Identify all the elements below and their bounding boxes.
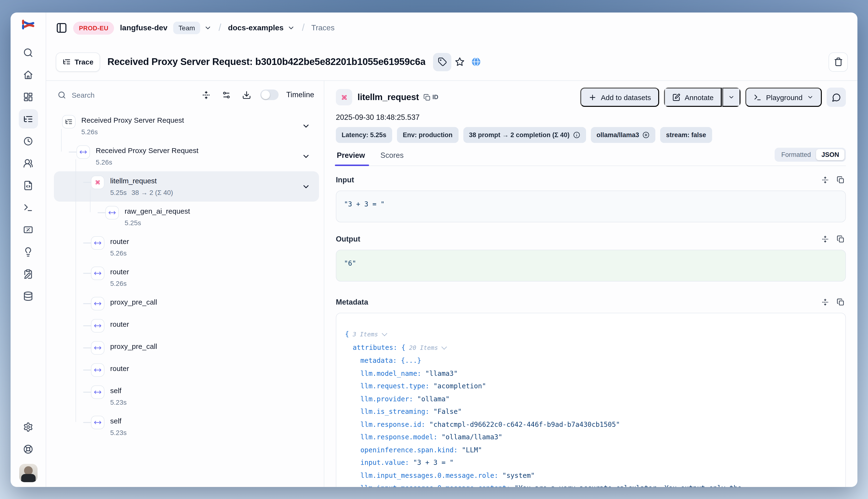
observation-badge[interactable]: stream: false (660, 127, 712, 143)
span-icon (91, 319, 105, 332)
tag-button[interactable] (433, 53, 452, 71)
project-name[interactable]: docs-examples (228, 24, 284, 32)
metadata-line: attributes: { 20 Items (345, 341, 837, 354)
user-avatar[interactable] (19, 464, 37, 482)
tree-row[interactable]: router (54, 359, 319, 381)
tree-row[interactable]: proxy_pre_call (54, 337, 319, 359)
input-copy-button[interactable] (835, 175, 846, 185)
sidebar-datasets-icon[interactable] (19, 286, 38, 306)
tree-row[interactable]: router5.26s (54, 232, 319, 262)
tab-scores[interactable]: Scores (379, 148, 405, 165)
chevron-down-icon[interactable] (302, 182, 310, 191)
tree-row-duration: 5.26s (96, 157, 198, 167)
copy-id-button[interactable]: ID (423, 94, 438, 101)
sidebar-tracing-icon[interactable] (19, 109, 38, 129)
metadata-line: llm.input_messages.0.message.role: "syst… (345, 469, 837, 482)
observation-badge[interactable]: ollama/llama3 (591, 127, 655, 143)
timeline-label: Timeline (286, 90, 314, 99)
collapse-all-button[interactable] (200, 88, 212, 101)
tree-row[interactable]: raw_gen_ai_request5.25s (54, 202, 319, 232)
playground-button[interactable]: Playground (745, 88, 822, 107)
timeline-toggle[interactable] (260, 89, 279, 100)
breadcrumb-separator: / (218, 22, 222, 33)
tree-row-duration: 5.26s (81, 127, 184, 137)
collapse-vertical-icon (821, 299, 829, 306)
sidebar-prompts-icon[interactable] (19, 175, 38, 195)
tree-row-name: proxy_pre_call (110, 297, 157, 307)
sidebar-playground-icon[interactable] (19, 198, 38, 217)
sidebar-annotation-icon[interactable] (19, 264, 38, 283)
globe-icon (471, 57, 481, 67)
metadata-collapse-button[interactable] (820, 297, 830, 307)
env-badge[interactable]: PROD-EU (73, 21, 114, 34)
copy-icon (423, 94, 430, 101)
breadcrumb-page[interactable]: Traces (311, 24, 335, 32)
sidebar-users-icon[interactable] (19, 154, 38, 173)
org-name[interactable]: langfuse-dev (120, 24, 168, 32)
span-icon (91, 236, 105, 250)
metadata-line: llm.is_streaming: "False" (345, 405, 837, 418)
observation-badge[interactable]: Latency: 5.25s (336, 127, 392, 143)
sidebar-support-icon[interactable] (19, 439, 38, 459)
delete-trace-button[interactable] (829, 52, 848, 72)
tree-row[interactable]: proxy_pre_call (54, 293, 319, 315)
project-chevron-down-icon[interactable] (288, 24, 295, 32)
format-formatted-option[interactable]: Formatted (776, 149, 816, 160)
org-type-badge: Team (173, 22, 200, 34)
observation-badge[interactable]: Env: production (397, 127, 458, 143)
annotate-button[interactable]: Annotate (664, 88, 722, 107)
tag-icon (438, 57, 447, 66)
bookmark-star-button[interactable] (452, 54, 468, 70)
sidebar-home-icon[interactable] (19, 65, 38, 84)
sidebar-dashboards-icon[interactable] (19, 87, 38, 106)
tree-toolbar: Timeline (46, 81, 324, 109)
copy-icon (837, 176, 844, 184)
comments-button[interactable] (827, 88, 846, 107)
sidebar-insights-icon[interactable] (19, 242, 38, 261)
output-copy-button[interactable] (835, 234, 846, 244)
annotate-dropdown-button[interactable] (722, 88, 741, 107)
tree-row-name: router (110, 319, 129, 330)
span-icon (91, 386, 105, 399)
tree-row-duration: 5.25s38 → 2 (Σ 40) (110, 188, 173, 197)
tree-settings-button[interactable] (220, 88, 232, 101)
tree-row-name: raw_gen_ai_request (125, 206, 190, 217)
preview-content: Input "3 + 3 = " Output "6" Metada (336, 166, 846, 487)
input-collapse-button[interactable] (820, 175, 830, 185)
desktop: PROD-EU langfuse-dev Team / docs-example… (0, 0, 868, 499)
sidebar-sessions-icon[interactable] (19, 131, 38, 150)
trace-icon (62, 115, 75, 129)
tree-row[interactable]: self5.23s (54, 411, 319, 442)
tree-row-duration: 5.26s (110, 248, 129, 258)
tree-row[interactable]: Received Proxy Server Request5.26s (54, 141, 319, 171)
generation-icon (336, 89, 352, 105)
sidebar-settings-icon[interactable] (19, 417, 38, 436)
sidebar-search-icon[interactable] (19, 43, 38, 62)
search-input[interactable] (72, 91, 192, 99)
app-logo-icon (20, 18, 36, 31)
org-chevron-down-icon[interactable] (204, 24, 212, 32)
badge-label: stream: false (666, 131, 706, 138)
chevron-down-icon[interactable] (302, 152, 310, 160)
observation-badge[interactable]: 38 prompt → 2 completion (Σ 40) (463, 127, 586, 143)
tab-preview[interactable]: Preview (336, 148, 366, 165)
tree-row[interactable]: Received Proxy Server Request5.26s (54, 111, 319, 141)
sidebar-toggle-icon[interactable] (56, 22, 68, 34)
add-to-datasets-button[interactable]: Add to datasets (580, 88, 659, 107)
metadata-line: llm.model_name: "llama3" (345, 367, 837, 380)
trace-tree-icon (63, 58, 71, 66)
tree-row[interactable]: self5.23s (54, 381, 319, 411)
metadata-copy-button[interactable] (835, 297, 846, 307)
badge-label: Latency: 5.25s (342, 131, 386, 138)
trace-type-label: Trace (75, 58, 93, 66)
tree-search[interactable] (58, 90, 192, 99)
public-globe-button[interactable] (468, 54, 484, 70)
tree-row[interactable]: router5.26s (54, 262, 319, 293)
tree-row[interactable]: litellm_request5.25s38 → 2 (Σ 40) (54, 171, 319, 202)
tree-row[interactable]: router (54, 315, 319, 337)
format-json-option[interactable]: JSON (816, 149, 844, 160)
chevron-down-icon[interactable] (302, 122, 310, 130)
output-collapse-button[interactable] (820, 234, 830, 244)
sidebar-evaluation-icon[interactable] (19, 220, 38, 239)
download-button[interactable] (240, 88, 253, 101)
